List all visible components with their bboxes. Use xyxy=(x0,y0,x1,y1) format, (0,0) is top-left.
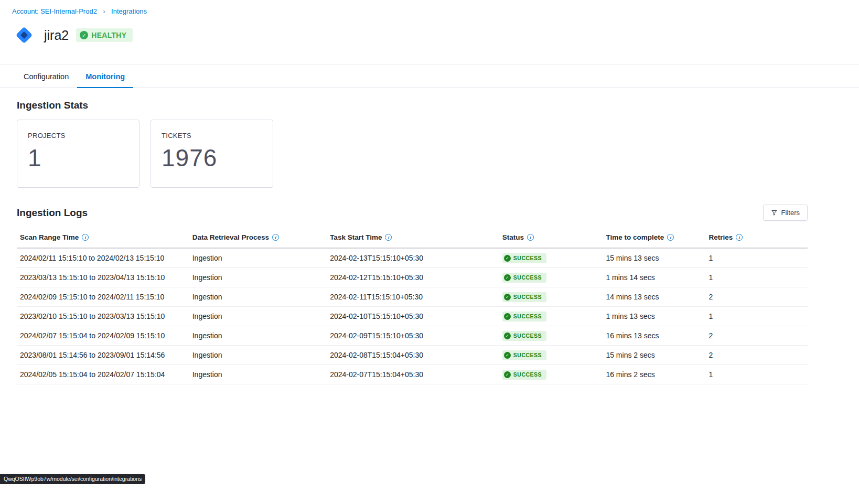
status-badge-label: SUCCESS xyxy=(513,333,542,339)
filters-button[interactable]: Filters xyxy=(763,205,808,221)
scan-range-cell: 2024/02/07 15:15:04 to 2024/02/09 15:15:… xyxy=(17,326,189,345)
scan-range-cell: 2024/02/05 15:15:04 to 2024/02/07 15:15:… xyxy=(17,364,189,384)
scan-range-cell: 2023/02/10 15:15:10 to 2023/03/13 15:15:… xyxy=(17,306,189,326)
retries-cell: 1 xyxy=(705,248,808,267)
status-badge: SUCCESS xyxy=(502,253,546,263)
health-badge: HEALTHY xyxy=(76,28,133,42)
scan-range-cell: 2023/08/01 15:14:56 to 2023/09/01 15:14:… xyxy=(17,345,189,364)
status-cell: SUCCESS xyxy=(499,345,603,364)
status-cell: SUCCESS xyxy=(499,364,603,384)
status-badge: SUCCESS xyxy=(502,350,546,360)
table-row: 2024/02/07 15:15:04 to 2024/02/09 15:15:… xyxy=(17,326,808,345)
status-badge-label: SUCCESS xyxy=(513,313,542,319)
time-to-complete-cell: 14 mins 13 secs xyxy=(603,287,705,306)
chevron-right-icon: › xyxy=(103,8,105,15)
filters-button-label: Filters xyxy=(781,209,800,217)
status-badge: SUCCESS xyxy=(502,292,546,302)
process-cell: Ingestion xyxy=(189,306,327,326)
stat-card-tickets: TICKETS 1976 xyxy=(151,120,273,188)
info-icon[interactable] xyxy=(82,234,89,241)
task-start-cell: 2024-02-11T15:15:10+05:30 xyxy=(327,287,499,306)
info-icon[interactable] xyxy=(667,234,674,241)
scan-range-cell: 2024/02/11 15:15:10 to 2024/02/13 15:15:… xyxy=(17,248,189,267)
retries-cell: 2 xyxy=(705,287,808,306)
stat-card-value: 1976 xyxy=(162,146,262,170)
column-scan-range-time: Scan Range Time xyxy=(17,229,189,248)
title-row: jira2 HEALTHY xyxy=(12,22,846,49)
retries-cell: 1 xyxy=(705,267,808,287)
ingestion-logs-title: Ingestion Logs xyxy=(17,207,88,219)
time-to-complete-cell: 1 mins 13 secs xyxy=(603,306,705,326)
retries-cell: 1 xyxy=(705,364,808,384)
process-cell: Ingestion xyxy=(189,267,327,287)
status-badge-label: SUCCESS xyxy=(513,294,542,300)
stat-cards: PROJECTS 1 TICKETS 1976 xyxy=(17,120,808,188)
retries-cell: 2 xyxy=(705,326,808,345)
page-title: jira2 xyxy=(44,28,69,43)
breadcrumb: Account: SEI-Internal-Prod2 › Integratio… xyxy=(12,7,846,16)
url-tooltip: QwqOSIIWp9ob7w/module/sei/configuration/… xyxy=(0,474,145,484)
check-icon xyxy=(504,274,511,281)
task-start-cell: 2024-02-12T15:15:10+05:30 xyxy=(327,267,499,287)
filter-funnel-icon xyxy=(771,209,778,216)
retries-cell: 1 xyxy=(705,306,808,326)
table-header-row: Scan Range Time Data Retrieval Process T… xyxy=(17,229,808,248)
process-cell: Ingestion xyxy=(189,345,327,364)
status-badge: SUCCESS xyxy=(502,370,546,380)
column-time-to-complete: Time to complete xyxy=(603,229,705,248)
check-icon xyxy=(504,313,511,320)
breadcrumb-integrations-link[interactable]: Integrations xyxy=(111,7,147,15)
tab-bar: Configuration Monitoring xyxy=(0,65,859,88)
task-start-cell: 2024-02-13T15:15:10+05:30 xyxy=(327,248,499,267)
column-retries: Retries xyxy=(705,229,808,248)
info-icon[interactable] xyxy=(527,234,534,241)
process-cell: Ingestion xyxy=(189,326,327,345)
ingestion-logs-table: Scan Range Time Data Retrieval Process T… xyxy=(17,229,808,384)
stat-card-value: 1 xyxy=(28,146,128,170)
process-cell: Ingestion xyxy=(189,248,327,267)
status-cell: SUCCESS xyxy=(499,306,603,326)
ingestion-stats-title: Ingestion Stats xyxy=(17,100,808,111)
task-start-cell: 2024-02-10T15:15:10+05:30 xyxy=(327,306,499,326)
top-header: Account: SEI-Internal-Prod2 › Integratio… xyxy=(0,0,859,65)
ingestion-logs-header: Ingestion Logs Filters xyxy=(17,205,808,221)
time-to-complete-cell: 15 mins 2 secs xyxy=(603,345,705,364)
status-badge-label: SUCCESS xyxy=(513,352,542,358)
status-badge: SUCCESS xyxy=(502,312,546,321)
table-row: 2024/02/05 15:15:04 to 2024/02/07 15:15:… xyxy=(17,364,808,384)
tab-configuration[interactable]: Configuration xyxy=(15,65,77,88)
scan-range-cell: 2023/03/13 15:15:10 to 2023/04/13 15:15:… xyxy=(17,267,189,287)
column-status: Status xyxy=(499,229,603,248)
check-icon xyxy=(504,352,511,359)
status-badge: SUCCESS xyxy=(502,331,546,341)
main-content: Ingestion Stats PROJECTS 1 TICKETS 1976 … xyxy=(0,100,859,384)
process-cell: Ingestion xyxy=(189,287,327,306)
check-icon xyxy=(504,371,511,378)
table-row: 2023/02/10 15:15:10 to 2023/03/13 15:15:… xyxy=(17,306,808,326)
time-to-complete-cell: 16 mins 2 secs xyxy=(603,364,705,384)
jira-logo-icon xyxy=(10,22,38,49)
health-badge-label: HEALTHY xyxy=(91,31,126,39)
info-icon[interactable] xyxy=(736,234,743,241)
breadcrumb-account-link[interactable]: Account: SEI-Internal-Prod2 xyxy=(12,7,97,15)
status-cell: SUCCESS xyxy=(499,287,603,306)
column-data-retrieval-process: Data Retrieval Process xyxy=(189,229,327,248)
page: Account: SEI-Internal-Prod2 › Integratio… xyxy=(0,0,859,384)
stat-card-label: TICKETS xyxy=(162,132,262,140)
table-row: 2024/02/09 15:15:10 to 2024/02/11 15:15:… xyxy=(17,287,808,306)
tab-monitoring[interactable]: Monitoring xyxy=(77,65,133,88)
status-badge: SUCCESS xyxy=(502,273,546,283)
retries-cell: 2 xyxy=(705,345,808,364)
info-icon[interactable] xyxy=(272,234,279,241)
process-cell: Ingestion xyxy=(189,364,327,384)
task-start-cell: 2024-02-07T15:15:04+05:30 xyxy=(327,364,499,384)
stat-card-label: PROJECTS xyxy=(28,132,128,140)
check-icon xyxy=(504,333,511,339)
info-icon[interactable] xyxy=(385,234,392,241)
check-icon xyxy=(504,255,511,262)
table-row: 2024/02/11 15:15:10 to 2024/02/13 15:15:… xyxy=(17,248,808,267)
table-row: 2023/08/01 15:14:56 to 2023/09/01 15:14:… xyxy=(17,345,808,364)
status-badge-label: SUCCESS xyxy=(513,255,542,261)
status-cell: SUCCESS xyxy=(499,267,603,287)
status-cell: SUCCESS xyxy=(499,326,603,345)
